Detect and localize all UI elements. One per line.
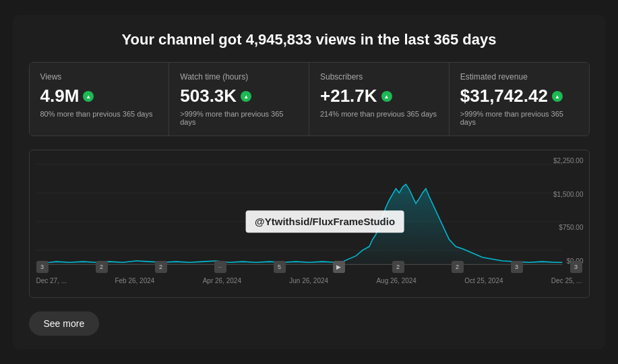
x-axis-labels: Dec 27, ... Feb 26, 2024 Apr 26, 2024 Ju… — [36, 274, 582, 284]
revenue-label: Estimated revenue — [460, 72, 578, 82]
stat-card-watchtime: Watch time (hours) 503.3K >999% more tha… — [169, 63, 309, 135]
marker-9[interactable]: 3 — [570, 261, 582, 273]
views-change: 80% more than previous 365 days — [40, 110, 158, 118]
watchtime-value: 503.3K — [180, 86, 298, 107]
marker-2[interactable]: 2 — [155, 261, 167, 273]
stat-card-revenue: Estimated revenue $31,742.42 >999% more … — [450, 63, 589, 135]
y-label-1: $1,500.00 — [553, 191, 584, 198]
marker-1[interactable]: 2 — [96, 261, 108, 273]
views-label: Views — [40, 72, 158, 82]
subscribers-value: +21.7K — [320, 86, 438, 107]
x-label-5: Oct 25, 2024 — [464, 277, 503, 284]
subscribers-label: Subscribers — [320, 72, 438, 82]
x-label-6: Dec 25, ... — [551, 277, 582, 284]
main-container: Your channel got 4,945,833 views in the … — [13, 15, 606, 349]
stats-row: Views 4.9M 80% more than previous 365 da… — [29, 62, 590, 136]
revenue-change: >999% more than previous 365 days — [460, 110, 578, 126]
subscribers-change: 214% more than previous 365 days — [320, 110, 438, 118]
revenue-value: $31,742.42 — [460, 86, 578, 107]
x-label-0: Dec 27, ... — [36, 277, 67, 284]
page-title: Your channel got 4,945,833 views in the … — [29, 31, 590, 49]
chart-container: $2,250.00 $1,500.00 $750.00 $0.00 — [29, 150, 590, 298]
x-label-4: Aug 26, 2024 — [376, 277, 416, 284]
watchtime-change: >999% more than previous 365 days — [180, 110, 298, 126]
views-value: 4.9M — [40, 86, 158, 107]
y-label-0: $2,250.00 — [553, 157, 584, 164]
x-label-1: Feb 26, 2024 — [115, 277, 154, 284]
watchtime-up-arrow — [241, 91, 251, 102]
marker-5-play[interactable]: ▶ — [333, 261, 345, 273]
y-axis-labels: $2,250.00 $1,500.00 $750.00 $0.00 — [553, 157, 584, 265]
marker-8[interactable]: 3 — [511, 261, 523, 273]
revenue-up-arrow — [552, 91, 563, 102]
x-label-2: Apr 26, 2024 — [203, 277, 241, 284]
stat-card-subscribers: Subscribers +21.7K 214% more than previo… — [309, 63, 450, 135]
marker-4[interactable]: 5 — [274, 261, 286, 273]
stat-card-views: Views 4.9M 80% more than previous 365 da… — [30, 63, 170, 135]
marker-0[interactable]: 3 — [36, 261, 49, 273]
views-up-arrow — [83, 91, 94, 102]
y-label-2: $750.00 — [553, 224, 584, 231]
x-label-3: Jun 26, 2024 — [289, 277, 328, 284]
chart-svg — [36, 157, 582, 272]
watchtime-label: Watch time (hours) — [180, 72, 298, 82]
marker-3[interactable]: ··· — [214, 261, 226, 273]
subscribers-up-arrow — [381, 91, 392, 102]
chart-markers-row: 3 2 2 ··· 5 ▶ 2 2 3 3 — [36, 261, 582, 273]
marker-6[interactable]: 2 — [392, 261, 404, 273]
marker-7[interactable]: 2 — [452, 261, 464, 273]
see-more-button[interactable]: See more — [29, 311, 100, 336]
